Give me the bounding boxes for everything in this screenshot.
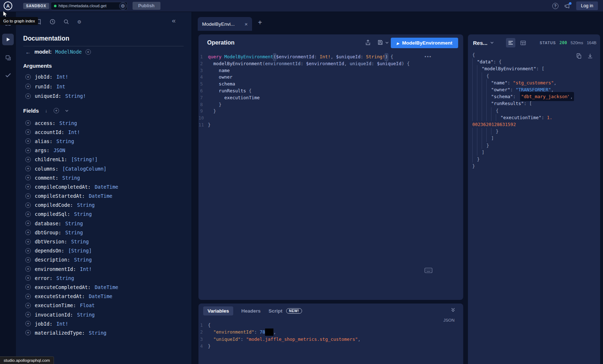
add-field-icon[interactable] (25, 120, 31, 126)
tab-modelbyenvironment[interactable]: ModelByEnvi... (198, 17, 252, 31)
field-row[interactable]: columns [CatalogColumn] (16, 164, 192, 173)
response-title[interactable]: Res... (473, 40, 487, 46)
rail-collections-button[interactable] (2, 52, 14, 63)
field-type[interactable]: Float (80, 302, 95, 308)
field-type[interactable]: String (77, 312, 95, 318)
field-type[interactable]: String (59, 120, 77, 126)
publish-button[interactable]: Publish (133, 2, 160, 10)
connection-settings-button[interactable] (119, 2, 127, 10)
field-type[interactable]: String (65, 230, 83, 235)
add-field-icon[interactable] (25, 221, 31, 226)
field-type[interactable]: DateTime (95, 284, 118, 290)
add-argument-icon[interactable] (25, 93, 31, 99)
argument-type[interactable]: String! (65, 93, 86, 99)
tab-script[interactable]: Script (269, 308, 282, 314)
add-field-icon[interactable] (25, 275, 31, 281)
formatted-view-button[interactable] (506, 38, 515, 47)
argument-type[interactable]: Int! (56, 74, 68, 80)
argument-type[interactable]: Int (56, 84, 65, 89)
add-field-icon[interactable] (25, 212, 31, 217)
argument-row[interactable]: uniqueId String! (16, 91, 192, 101)
field-row[interactable]: dependsOn [String] (16, 246, 192, 255)
add-field-icon[interactable] (25, 138, 31, 144)
field-type[interactable]: String (65, 221, 83, 226)
field-row[interactable]: invocationId String (16, 310, 192, 319)
add-argument-icon[interactable] (25, 84, 31, 89)
field-row[interactable]: materializedType String (16, 328, 192, 337)
field-row[interactable]: jobId Int! (16, 319, 192, 328)
field-type[interactable]: Int! (68, 129, 80, 135)
field-row[interactable]: accountId Int! (16, 127, 192, 137)
keyboard-shortcuts-icon[interactable] (424, 268, 432, 273)
field-row[interactable]: access String (16, 118, 192, 127)
field-type[interactable]: String (74, 257, 92, 263)
add-field-icon[interactable] (25, 303, 31, 308)
field-type[interactable]: JSON (54, 147, 66, 153)
add-field-icon[interactable] (25, 312, 31, 317)
field-row[interactable]: args JSON (16, 146, 192, 155)
field-row[interactable]: executeStartedAt DateTime (16, 292, 192, 301)
field-type[interactable]: [String] (68, 248, 92, 254)
add-field-icon[interactable] (25, 257, 31, 263)
field-row[interactable]: compiledCode String (16, 201, 192, 210)
add-field-icon[interactable] (25, 321, 31, 326)
field-row[interactable]: compileStartedAt DateTime (16, 192, 192, 201)
field-row[interactable]: executionTime Float (16, 301, 192, 310)
field-row[interactable]: database String (16, 219, 192, 228)
add-field-icon[interactable] (25, 294, 31, 299)
field-type[interactable]: DateTime (89, 193, 112, 199)
add-field-icon[interactable] (25, 129, 31, 135)
copy-icon[interactable] (576, 53, 582, 59)
add-field-icon[interactable] (25, 157, 31, 162)
collapse-variables-icon[interactable] (451, 307, 455, 312)
field-row[interactable]: compileCompletedAt DateTime (16, 182, 192, 191)
add-field-icon[interactable] (25, 266, 31, 272)
collapse-panel-icon[interactable] (172, 17, 176, 24)
add-field-icon[interactable] (25, 193, 31, 199)
add-icon[interactable] (85, 49, 91, 55)
field-type[interactable]: [String!] (71, 156, 97, 162)
help-icon[interactable] (552, 3, 558, 9)
sort-descending-icon[interactable] (45, 108, 47, 113)
new-tab-button[interactable] (258, 19, 262, 26)
add-field-icon[interactable] (25, 175, 31, 180)
field-type[interactable]: String (56, 275, 74, 281)
table-view-button[interactable] (518, 38, 528, 47)
field-row[interactable]: dbtGroup String (16, 228, 192, 237)
add-argument-icon[interactable] (25, 74, 31, 80)
variables-editor[interactable]: 1{2 "environmentId": 78 ,3 "uniqueId": "… (198, 322, 463, 350)
share-icon[interactable] (365, 39, 371, 46)
close-tab-icon[interactable] (244, 21, 248, 27)
tab-variables[interactable]: Variables (203, 306, 233, 315)
field-row[interactable]: executeCompletedAt DateTime (16, 283, 192, 292)
chevron-down-icon[interactable] (65, 110, 68, 112)
rail-checks-button[interactable] (2, 69, 14, 81)
settings-icon[interactable] (77, 18, 81, 25)
field-row[interactable]: environmentId Int! (16, 264, 192, 273)
field-row[interactable]: error String (16, 273, 192, 283)
add-field-icon[interactable] (25, 184, 31, 189)
add-field-icon[interactable] (25, 248, 31, 254)
field-row[interactable]: childrenL1 [String!] (16, 155, 192, 164)
response-dropdown-chevron-icon[interactable] (490, 42, 494, 44)
save-dropdown-chevron-icon[interactable] (385, 42, 389, 44)
field-type[interactable]: Int! (80, 266, 92, 272)
field-type[interactable]: String (77, 202, 95, 208)
field-type[interactable]: String (74, 211, 92, 217)
field-row[interactable]: compiledSql String (16, 210, 192, 219)
run-button[interactable]: ModelByEnvironment (391, 38, 458, 48)
field-row[interactable]: description String (16, 255, 192, 264)
field-type[interactable]: String (56, 138, 74, 144)
endpoint-input[interactable]: https://metadata.cloud.get (51, 2, 127, 10)
operation-editor[interactable]: 1query ModelByEnvironment($environmentId… (198, 54, 463, 129)
field-row[interactable]: alias String (16, 137, 192, 146)
add-field-icon[interactable] (25, 284, 31, 290)
field-type[interactable]: [CatalogColumn] (62, 166, 106, 172)
announcements-icon[interactable] (564, 3, 570, 9)
field-type[interactable]: String (89, 330, 106, 336)
field-type[interactable]: String (71, 239, 89, 244)
add-field-icon[interactable] (25, 230, 31, 235)
login-button[interactable]: Log in (576, 1, 598, 10)
add-field-icon[interactable] (25, 166, 31, 171)
rail-explorer-button[interactable] (2, 34, 14, 45)
